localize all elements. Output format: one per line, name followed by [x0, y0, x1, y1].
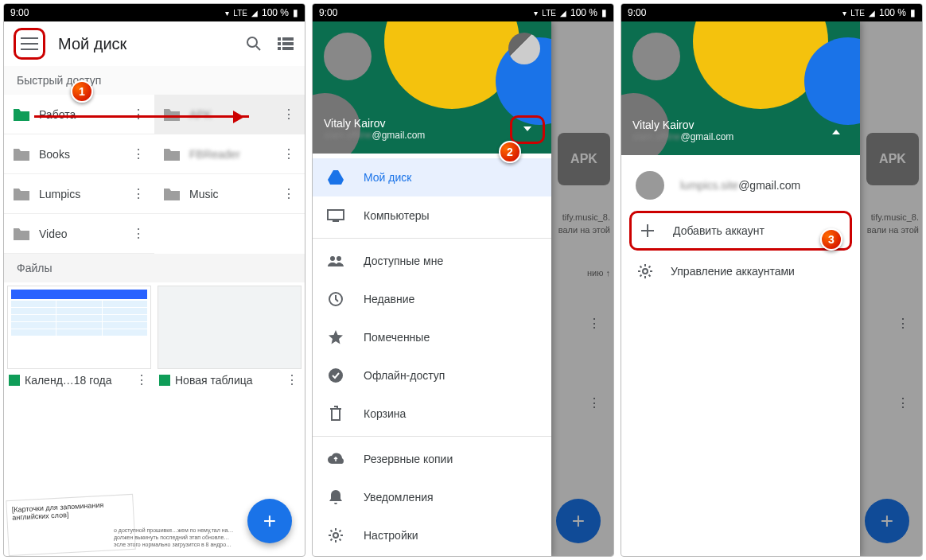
battery-label: 100 %: [570, 7, 597, 18]
drawer-menu: Мой диск Компьютеры Доступные мне Недавн…: [313, 154, 551, 556]
plus-icon: [638, 221, 657, 240]
account-dropdown-toggle[interactable]: [510, 115, 545, 144]
folder-more-button[interactable]: ⋮: [130, 186, 146, 201]
folder-icon: [162, 107, 181, 122]
page-title: Мой диск: [58, 35, 231, 53]
svg-rect-5: [278, 47, 281, 50]
star-icon: [327, 329, 344, 346]
avatar[interactable]: [632, 33, 680, 80]
drive-icon: [327, 169, 344, 186]
clock-icon: [327, 290, 344, 308]
sheets-icon: [9, 375, 20, 386]
folder-item[interactable]: APK ⋮: [154, 95, 305, 134]
folder-item[interactable]: Video ⋮: [4, 214, 154, 254]
svg-rect-6: [282, 47, 294, 50]
phone-screen-2: 9:00 ▾ LTE ◢ 100 % ▮ APK tify.music_8. в…: [312, 3, 614, 557]
folder-more-button[interactable]: ⋮: [281, 107, 297, 122]
menu-computers[interactable]: Компьютеры: [313, 196, 551, 235]
lte-icon: LTE: [542, 9, 556, 18]
files-grid: Календ…18 года ⋮ Новая таблица ⋮: [4, 282, 305, 394]
step-marker-3: 3: [820, 228, 842, 251]
offline-icon: [327, 367, 344, 384]
avatar-secondary[interactable]: [508, 33, 540, 64]
svg-point-8: [330, 256, 335, 261]
signal-icon: ◢: [560, 9, 566, 18]
folder-item[interactable]: Music ⋮: [154, 174, 305, 214]
battery-icon: ▮: [601, 7, 607, 18]
account-name: Vitaly Kairov: [632, 119, 820, 131]
svg-point-12: [333, 533, 338, 538]
drawer-header: Vitaly Kairov slam.offline@gmail.com: [621, 21, 860, 155]
avatar-icon: [636, 171, 664, 200]
search-button[interactable]: [244, 34, 263, 53]
menu-trash[interactable]: Корзина: [313, 395, 551, 433]
menu-notifications[interactable]: Уведомления: [313, 478, 551, 516]
file-item[interactable]: Календ…18 года ⋮: [4, 282, 154, 394]
menu-backups[interactable]: Резервные копии: [313, 440, 551, 478]
menu-shared[interactable]: Доступные мне: [313, 242, 551, 280]
menu-my-drive[interactable]: Мой диск: [313, 158, 551, 196]
folder-icon: [162, 146, 181, 162]
svg-point-13: [643, 269, 648, 274]
file-item[interactable]: Новая таблица ⋮: [154, 282, 305, 394]
folder-icon: [12, 186, 31, 202]
add-account-button[interactable]: Добавить аккаунт: [629, 211, 852, 251]
status-time: 9:00: [319, 7, 337, 18]
status-time: 9:00: [10, 7, 29, 18]
wifi-icon: ▾: [842, 9, 846, 18]
account-entry[interactable]: lumpics.site@gmail.com: [621, 160, 860, 211]
battery-label: 100 %: [262, 7, 289, 18]
menu-recent[interactable]: Недавние: [313, 280, 551, 318]
wifi-icon: ▾: [225, 9, 229, 18]
folder-icon: [162, 186, 181, 202]
account-email: slam.offline@gmail.com: [324, 130, 512, 141]
folder-item[interactable]: Books ⋮: [4, 134, 154, 174]
people-icon: [327, 252, 344, 270]
app-toolbar: Мой диск: [4, 21, 305, 66]
search-icon: [246, 36, 262, 52]
folder-more-button[interactable]: ⋮: [130, 107, 146, 122]
folder-item[interactable]: FBReader ⋮: [154, 134, 305, 174]
menu-offline[interactable]: Офлайн-доступ: [313, 356, 551, 395]
status-bar: 9:00 ▾ LTE ◢ 100 % ▮: [313, 4, 613, 21]
battery-label: 100 %: [879, 7, 906, 18]
lte-icon: LTE: [233, 9, 247, 18]
svg-point-0: [247, 37, 257, 47]
account-dropdown-toggle[interactable]: [819, 117, 854, 146]
computer-icon: [327, 207, 344, 224]
lte-icon: LTE: [850, 9, 865, 18]
folder-more-button[interactable]: ⋮: [281, 146, 297, 161]
folder-item[interactable]: Lumpics ⋮: [4, 174, 154, 214]
menu-starred[interactable]: Помеченные: [313, 318, 551, 356]
status-bar: 9:00 ▾ LTE ◢ 100 % ▮: [621, 4, 922, 21]
folder-icon: [12, 226, 31, 242]
menu-settings[interactable]: Настройки: [313, 516, 551, 554]
folder-more-button[interactable]: ⋮: [281, 186, 297, 201]
view-toggle-button[interactable]: [276, 34, 295, 53]
swipe-arrow: [34, 115, 249, 118]
cloud-icon: [327, 450, 344, 468]
file-more-button[interactable]: ⋮: [134, 372, 150, 387]
svg-rect-7: [328, 210, 344, 220]
menu-button[interactable]: [14, 28, 45, 60]
battery-icon: ▮: [293, 7, 298, 18]
manage-accounts-button[interactable]: Управление аккаунтами: [621, 251, 860, 292]
battery-icon: ▮: [910, 7, 916, 18]
chevron-down-icon: [523, 126, 531, 135]
bell-icon: [327, 488, 344, 506]
status-bar: 9:00 ▾ LTE ◢ 100 % ▮: [4, 4, 305, 21]
hamburger-icon: [21, 37, 38, 50]
text-preview: о доступной прошивке…жем по нему,тал на……: [114, 527, 241, 548]
gear-icon: [636, 262, 655, 281]
fab-add-button[interactable]: +: [247, 499, 292, 543]
folder-more-button[interactable]: ⋮: [130, 226, 146, 241]
file-more-button[interactable]: ⋮: [284, 372, 300, 387]
svg-rect-3: [278, 42, 281, 45]
avatar[interactable]: [324, 33, 372, 80]
sheets-icon: [159, 375, 170, 386]
nav-drawer: Vitaly Kairov slam.offline@gmail.com 2 М…: [313, 21, 551, 556]
plus-icon: +: [263, 508, 276, 534]
folder-more-button[interactable]: ⋮: [130, 146, 146, 161]
file-thumbnail: [158, 286, 302, 369]
wifi-icon: ▾: [534, 9, 538, 18]
